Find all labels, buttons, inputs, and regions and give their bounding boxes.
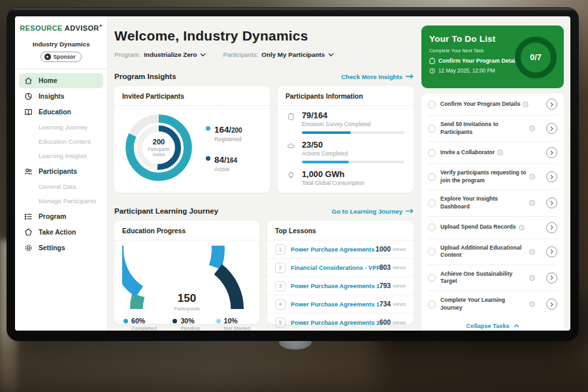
task-row[interactable]: Confirm Your Program Details [428,93,557,116]
progress-fill [302,161,349,163]
task-row[interactable]: Send 50 Invitations to Participants [428,116,557,142]
participants-info-body: 79/164 Emission Survey Completed 23/50 [278,106,414,186]
task-row[interactable]: Achieve One Sustainability Target [428,265,557,291]
chevron-down-icon [200,53,206,57]
task-open-button[interactable] [546,246,557,257]
actions-cloud-icon [287,140,296,163]
task-checkbox[interactable] [428,199,436,207]
brand-logo: RESOURCE ADVISOR+ [15,23,107,32]
progress-fill [302,131,351,134]
task-checkbox[interactable] [428,248,436,255]
task-checkbox[interactable] [428,173,436,181]
check-more-insights-link[interactable]: Check More Insights [341,73,414,80]
invited-body: 200 Participants Invited 164200 Register… [114,106,270,189]
lesson-views: 600 [380,319,391,326]
sidebar-item-participants[interactable]: Participants [19,164,103,179]
survey-clipboard-icon [287,110,296,134]
task-open-button[interactable] [546,123,557,134]
lesson-title-link[interactable]: Power Purchase Agreements 101 [291,246,376,253]
lesson-views: 803 [380,264,391,271]
lesson-title-link[interactable]: Power Purchase Agreements 102 [291,301,380,308]
clock-icon [429,68,435,74]
collapse-tasks-link[interactable]: Collapse Tasks [428,317,557,331]
task-open-button[interactable] [546,299,557,310]
sidebar-item-manage-participants[interactable]: Manage Participants [19,194,103,208]
sidebar-item-learning-insights[interactable]: Learning Insights [19,149,103,163]
views-unit: views [393,265,406,270]
task-open-button[interactable] [546,197,557,208]
views-unit: views [393,319,406,325]
insights-cards-row: Invited Participants 200 Partic [114,86,414,193]
content-area: Welcome, Industry Dynamics Program: Indu… [108,16,570,331]
sidebar-item-settings[interactable]: Settings [19,240,103,255]
lesson-title-link[interactable]: Power Purchase Agreements 101 [291,283,380,289]
sidebar-item-general-data[interactable]: General Data [19,180,103,194]
task-open-button[interactable] [546,222,557,233]
lesson-row[interactable]: 4 Power Purchase Agreements 102 734 view… [267,295,414,314]
participants-filter[interactable]: Participants: Only My Participants [223,51,334,58]
lesson-row[interactable]: 2 Financial Considerations - VPPAs 803 v… [267,259,414,277]
chevron-up-icon [514,324,519,328]
task-open-button[interactable] [546,147,557,158]
bulb-icon [287,169,296,186]
dashboard-screen: RESOURCE ADVISOR+ Industry Dynamics ★ Sp… [15,16,570,331]
program-filter-value: Industrialize Zero [144,51,197,58]
progress-track [302,161,404,163]
task-checkbox[interactable] [428,149,436,157]
task-info-icon [529,200,535,206]
lesson-row[interactable]: 3 Power Purchase Agreements 101 793 view… [267,277,414,295]
task-checkbox[interactable] [428,101,436,108]
task-row[interactable]: Upload Spend Data Records [428,217,557,239]
sidebar-item-take-action[interactable]: Take Action [19,225,103,240]
lesson-row[interactable]: 1 Power Purchase Agreements 101 1000 vie… [267,240,414,259]
invited-legend: 164200 Registered 84164 Active [206,123,242,172]
pending-dot [172,319,177,323]
task-row[interactable]: Explore Your Insights Dashboard [428,190,557,216]
go-to-learning-journey-link[interactable]: Go to Learning Journey [332,208,414,215]
arrow-right-icon [406,208,414,214]
program-insights-title: Program Insights [114,73,176,80]
sidebar-item-home[interactable]: Home [19,73,103,88]
sidebar-item-program[interactable]: Program [19,209,103,224]
brand-plus: + [99,23,103,29]
invited-donut-chart: 200 Participants Invited [121,110,197,186]
donut-center-label: 200 Participants Invited [121,110,197,186]
task-open-button[interactable] [546,171,557,182]
legend-pending: 30%Pending [172,317,199,331]
sidebar-item-learning-journey[interactable]: Learning Journey [19,120,103,135]
lesson-rank: 2 [275,263,286,273]
sidebar-item-education[interactable]: Education [19,105,103,120]
todo-summary-card: Your To Do List Complete Your Next Task:… [421,25,564,88]
task-checkbox[interactable] [428,223,436,231]
task-checkbox[interactable] [428,125,436,133]
task-open-button[interactable] [546,272,557,284]
lesson-views: 793 [380,282,391,289]
task-row[interactable]: Invite a Collaborator [428,142,557,164]
todo-task-list: Confirm Your Program Details Send 50 Inv… [421,93,564,331]
sidebar-item-education-content[interactable]: Education Content [19,135,103,149]
sponsor-label: Sponsor [54,54,76,60]
sponsor-badge: ★ Sponsor [41,52,82,62]
lesson-row[interactable]: 5 Power Purchase Agreements 103 600 view… [267,314,414,331]
sponsor-icon: ★ [44,54,51,60]
lesson-title-link[interactable]: Financial Considerations - VPPAs [291,265,380,271]
task-row[interactable]: Complete Your Learning Journey [428,291,557,317]
card-title: Education Progress [114,221,259,240]
sidebar-item-insights[interactable]: Insights [19,89,103,104]
invited-total-label: Participants Invited [144,147,174,157]
take-action-icon [24,228,33,237]
task-open-button[interactable] [546,99,557,110]
task-checkbox[interactable] [428,274,436,282]
registered-legend-item: 164200 Registered [206,123,242,142]
program-filter-label: Program: [114,51,140,58]
task-checkbox[interactable] [428,301,436,308]
participants-information-card: Participants Information 79/164 Emission… [278,86,414,193]
sidebar-divider [15,69,107,69]
legend-not-started: 10%Not Started [216,317,250,331]
program-filter[interactable]: Program: Industrialize Zero [114,51,206,58]
lesson-title-link[interactable]: Power Purchase Agreements 103 [291,319,380,326]
sidebar-item-label: Education [39,108,71,116]
registered-den: 200 [229,127,242,134]
task-row[interactable]: Verify participants requesting to join t… [428,164,557,190]
task-row[interactable]: Upload Additional Educational Content [428,239,557,265]
